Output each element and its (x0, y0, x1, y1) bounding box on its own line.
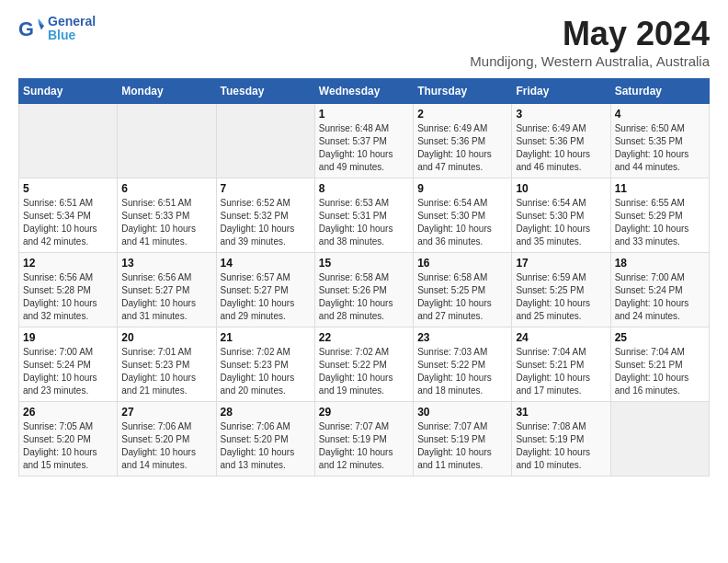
calendar-cell: 24Sunrise: 7:04 AMSunset: 5:21 PMDayligh… (512, 327, 610, 402)
day-number: 24 (516, 331, 606, 344)
calendar-cell: 17Sunrise: 6:59 AMSunset: 5:25 PMDayligh… (512, 253, 610, 327)
calendar-cell: 4Sunrise: 6:50 AMSunset: 5:35 PMDaylight… (610, 104, 709, 178)
day-number: 31 (516, 406, 606, 419)
day-info: Sunrise: 6:52 AMSunset: 5:32 PMDaylight:… (221, 197, 311, 248)
weekday-header-thursday: Thursday (414, 79, 512, 104)
day-number: 4 (615, 108, 705, 121)
calendar-cell (19, 104, 118, 178)
calendar-cell: 1Sunrise: 6:48 AMSunset: 5:37 PMDaylight… (314, 104, 413, 178)
day-info: Sunrise: 6:51 AMSunset: 5:33 PMDaylight:… (121, 197, 211, 248)
calendar-cell (118, 104, 216, 178)
calendar-cell: 2Sunrise: 6:49 AMSunset: 5:36 PMDaylight… (414, 104, 512, 178)
weekday-header-tuesday: Tuesday (216, 79, 314, 104)
calendar-cell: 3Sunrise: 6:49 AMSunset: 5:36 PMDaylight… (512, 104, 610, 178)
day-info: Sunrise: 6:48 AMSunset: 5:37 PMDaylight:… (319, 122, 409, 174)
weekday-header-monday: Monday (118, 79, 216, 104)
day-info: Sunrise: 7:08 AMSunset: 5:19 PMDaylight:… (516, 420, 606, 472)
weekday-header-friday: Friday (512, 79, 610, 104)
day-info: Sunrise: 6:50 AMSunset: 5:35 PMDaylight:… (615, 122, 705, 174)
calendar-cell: 7Sunrise: 6:52 AMSunset: 5:32 PMDaylight… (216, 178, 314, 253)
day-number: 28 (221, 406, 311, 419)
day-info: Sunrise: 6:51 AMSunset: 5:34 PMDaylight:… (23, 197, 113, 248)
calendar-cell: 6Sunrise: 6:51 AMSunset: 5:33 PMDaylight… (118, 178, 216, 253)
calendar-table: SundayMondayTuesdayWednesdayThursdayFrid… (18, 78, 710, 477)
calendar-cell: 8Sunrise: 6:53 AMSunset: 5:31 PMDaylight… (314, 178, 413, 253)
day-number: 3 (516, 108, 606, 121)
day-number: 18 (615, 257, 705, 270)
day-info: Sunrise: 6:53 AMSunset: 5:31 PMDaylight:… (319, 197, 409, 248)
calendar-cell (216, 104, 314, 178)
day-number: 10 (516, 182, 606, 195)
day-info: Sunrise: 7:07 AMSunset: 5:19 PMDaylight:… (319, 420, 409, 472)
calendar-cell: 27Sunrise: 7:06 AMSunset: 5:20 PMDayligh… (118, 402, 216, 477)
day-number: 12 (23, 257, 113, 270)
calendar-cell: 18Sunrise: 7:00 AMSunset: 5:24 PMDayligh… (610, 253, 709, 327)
day-info: Sunrise: 7:03 AMSunset: 5:22 PMDaylight:… (417, 346, 507, 397)
calendar-cell: 11Sunrise: 6:55 AMSunset: 5:29 PMDayligh… (610, 178, 709, 253)
day-info: Sunrise: 7:02 AMSunset: 5:23 PMDaylight:… (221, 346, 311, 397)
logo: G General Blue (18, 15, 96, 43)
day-info: Sunrise: 6:49 AMSunset: 5:36 PMDaylight:… (417, 122, 507, 174)
day-number: 7 (221, 182, 311, 195)
day-number: 8 (319, 182, 409, 195)
calendar-cell (610, 402, 709, 477)
day-info: Sunrise: 7:04 AMSunset: 5:21 PMDaylight:… (516, 346, 606, 397)
day-number: 6 (121, 182, 211, 195)
day-info: Sunrise: 7:01 AMSunset: 5:23 PMDaylight:… (121, 346, 211, 397)
day-number: 30 (417, 406, 507, 419)
day-info: Sunrise: 7:02 AMSunset: 5:22 PMDaylight:… (319, 346, 409, 397)
day-info: Sunrise: 7:04 AMSunset: 5:21 PMDaylight:… (615, 346, 705, 397)
logo-icon: G (18, 16, 44, 41)
day-number: 1 (319, 108, 409, 121)
day-info: Sunrise: 6:54 AMSunset: 5:30 PMDaylight:… (417, 197, 507, 248)
day-info: Sunrise: 7:06 AMSunset: 5:20 PMDaylight:… (221, 420, 311, 472)
title-area: May 2024 Mundijong, Western Australia, A… (470, 15, 710, 69)
svg-text:G: G (18, 17, 34, 40)
calendar-cell: 25Sunrise: 7:04 AMSunset: 5:21 PMDayligh… (610, 327, 709, 402)
day-info: Sunrise: 7:05 AMSunset: 5:20 PMDaylight:… (23, 420, 113, 472)
main-title: May 2024 (470, 15, 710, 53)
calendar-cell: 9Sunrise: 6:54 AMSunset: 5:30 PMDaylight… (414, 178, 512, 253)
day-info: Sunrise: 6:57 AMSunset: 5:27 PMDaylight:… (221, 271, 311, 323)
day-info: Sunrise: 7:07 AMSunset: 5:19 PMDaylight:… (417, 420, 507, 472)
weekday-header-sunday: Sunday (19, 79, 118, 104)
day-number: 15 (319, 257, 409, 270)
day-number: 13 (121, 257, 211, 270)
day-number: 9 (417, 182, 507, 195)
day-number: 26 (23, 406, 113, 419)
calendar-cell: 13Sunrise: 6:56 AMSunset: 5:27 PMDayligh… (118, 253, 216, 327)
calendar-header: SundayMondayTuesdayWednesdayThursdayFrid… (19, 79, 710, 104)
day-info: Sunrise: 6:58 AMSunset: 5:25 PMDaylight:… (417, 271, 507, 323)
day-number: 5 (23, 182, 113, 195)
calendar-cell: 15Sunrise: 6:58 AMSunset: 5:26 PMDayligh… (314, 253, 413, 327)
day-info: Sunrise: 6:58 AMSunset: 5:26 PMDaylight:… (319, 271, 409, 323)
calendar-week-row: 19Sunrise: 7:00 AMSunset: 5:24 PMDayligh… (19, 327, 710, 402)
logo-text: General Blue (48, 15, 96, 43)
day-number: 14 (221, 257, 311, 270)
day-number: 19 (23, 331, 113, 344)
calendar-cell: 30Sunrise: 7:07 AMSunset: 5:19 PMDayligh… (414, 402, 512, 477)
calendar-cell: 28Sunrise: 7:06 AMSunset: 5:20 PMDayligh… (216, 402, 314, 477)
calendar-cell: 22Sunrise: 7:02 AMSunset: 5:22 PMDayligh… (314, 327, 413, 402)
day-number: 23 (417, 331, 507, 344)
day-number: 25 (615, 331, 705, 344)
calendar-cell: 5Sunrise: 6:51 AMSunset: 5:34 PMDaylight… (19, 178, 118, 253)
day-info: Sunrise: 6:56 AMSunset: 5:28 PMDaylight:… (23, 271, 113, 323)
calendar-week-row: 26Sunrise: 7:05 AMSunset: 5:20 PMDayligh… (19, 402, 710, 477)
day-info: Sunrise: 6:59 AMSunset: 5:25 PMDaylight:… (516, 271, 606, 323)
calendar-cell: 16Sunrise: 6:58 AMSunset: 5:25 PMDayligh… (414, 253, 512, 327)
calendar-cell: 26Sunrise: 7:05 AMSunset: 5:20 PMDayligh… (19, 402, 118, 477)
calendar-cell: 23Sunrise: 7:03 AMSunset: 5:22 PMDayligh… (414, 327, 512, 402)
day-info: Sunrise: 7:00 AMSunset: 5:24 PMDaylight:… (615, 271, 705, 323)
day-number: 2 (417, 108, 507, 121)
subtitle: Mundijong, Western Australia, Australia (470, 53, 710, 69)
calendar-body: 1Sunrise: 6:48 AMSunset: 5:37 PMDaylight… (19, 104, 710, 477)
day-info: Sunrise: 6:54 AMSunset: 5:30 PMDaylight:… (516, 197, 606, 248)
weekday-header-saturday: Saturday (610, 79, 709, 104)
calendar-week-row: 12Sunrise: 6:56 AMSunset: 5:28 PMDayligh… (19, 253, 710, 327)
calendar-cell: 10Sunrise: 6:54 AMSunset: 5:30 PMDayligh… (512, 178, 610, 253)
calendar-cell: 14Sunrise: 6:57 AMSunset: 5:27 PMDayligh… (216, 253, 314, 327)
calendar-cell: 21Sunrise: 7:02 AMSunset: 5:23 PMDayligh… (216, 327, 314, 402)
calendar-week-row: 1Sunrise: 6:48 AMSunset: 5:37 PMDaylight… (19, 104, 710, 178)
day-number: 20 (121, 331, 211, 344)
